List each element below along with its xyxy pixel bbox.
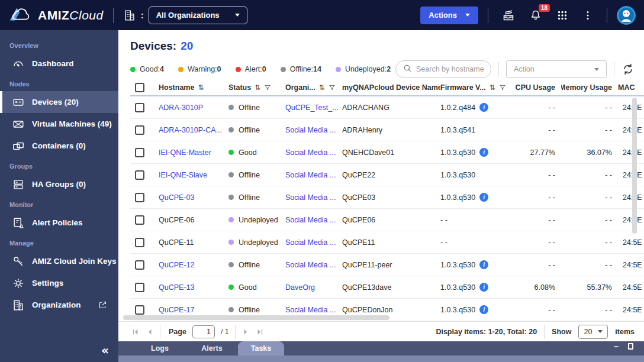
sidebar-item-devices-20[interactable]: Devices (20) bbox=[0, 91, 118, 113]
org-colon: : bbox=[141, 10, 144, 20]
panel-maximize-icon[interactable] bbox=[628, 343, 633, 350]
first-page-icon[interactable] bbox=[131, 328, 140, 336]
column-header-myqnapcloud-device-name: myQNAPcloud Device Name⇅ bbox=[342, 83, 440, 92]
sidebar-collapse-button[interactable]: « bbox=[101, 343, 109, 357]
vertical-scrollbar[interactable] bbox=[632, 98, 637, 234]
hostname-cell[interactable]: IEI-QNE-Slave bbox=[159, 171, 228, 179]
filter-icon[interactable] bbox=[499, 84, 506, 91]
page-size-selector[interactable]: 20 bbox=[578, 325, 608, 339]
organization-cell[interactable]: Social Media ... bbox=[285, 171, 342, 179]
search-input[interactable] bbox=[416, 65, 486, 73]
table-row: QuCPE-06UndeployedSocial Media ...QuCPE0… bbox=[130, 209, 644, 231]
tab-alerts[interactable]: Alerts bbox=[186, 341, 238, 355]
select-all-checkbox[interactable] bbox=[135, 83, 144, 92]
sidebar-item-amiz-cloud-join-keys[interactable]: AMIZ Cloud Join Keys bbox=[0, 250, 118, 272]
row-checkbox[interactable] bbox=[135, 125, 144, 135]
sort-icon[interactable]: ⇅ bbox=[490, 83, 495, 92]
tab-tasks[interactable]: Tasks bbox=[238, 341, 284, 355]
organization-cell[interactable]: Social Media ... bbox=[285, 306, 342, 314]
last-page-icon[interactable] bbox=[256, 328, 264, 336]
hostname-cell[interactable]: QuCPE-13 bbox=[159, 283, 228, 292]
info-icon[interactable]: i bbox=[479, 103, 488, 112]
info-icon[interactable]: i bbox=[479, 283, 488, 292]
status-dot-undeployed bbox=[228, 240, 234, 245]
sort-icon[interactable]: ⇅ bbox=[319, 83, 325, 92]
notifications-bell-icon[interactable]: 18 bbox=[529, 8, 543, 22]
organization-cell[interactable]: Social Media ... bbox=[285, 216, 342, 224]
organization-cell[interactable]: Social Media ... bbox=[285, 193, 342, 202]
organization-cell[interactable]: Social Media ... bbox=[285, 238, 342, 247]
filter-icon[interactable] bbox=[264, 84, 271, 91]
row-checkbox[interactable] bbox=[135, 170, 144, 180]
tab-logs[interactable]: Logs bbox=[134, 341, 186, 355]
hostname-cell[interactable]: IEI-QNE-Master bbox=[159, 148, 228, 157]
status-summary: Good:4Warning:0Alert:0Offline:14Undeploy… bbox=[130, 65, 391, 73]
sidebar-item-containers-0[interactable]: Containers (0) bbox=[0, 135, 118, 157]
organization-cell[interactable]: DaveOrg bbox=[285, 283, 342, 292]
status-label: Undeployed bbox=[239, 238, 278, 247]
info-icon[interactable]: i bbox=[479, 305, 488, 314]
organization-cell[interactable]: Social Media ... bbox=[285, 126, 342, 134]
hostname-cell[interactable]: QuCPE-12 bbox=[159, 261, 228, 269]
table-row: IEI-QNE-SlaveOfflineSocial Media ...QuCP… bbox=[130, 164, 644, 186]
horizontal-scrollbar[interactable] bbox=[123, 315, 389, 320]
mac-cell: 24:5E bbox=[618, 306, 644, 314]
filter-icon[interactable] bbox=[329, 84, 336, 91]
status-dot-good bbox=[130, 67, 136, 72]
sidebar-section-label-groups: Groups bbox=[0, 157, 118, 173]
panel-minimize-icon[interactable]: − bbox=[614, 344, 619, 350]
info-icon[interactable]: i bbox=[479, 148, 488, 157]
sidebar-item-organization[interactable]: Organization bbox=[0, 294, 118, 316]
hostname-cell[interactable]: ADRA-3010P-CA... bbox=[159, 126, 228, 134]
organization-selector[interactable]: All Organizations bbox=[149, 7, 247, 24]
sort-icon[interactable]: ⇅ bbox=[255, 83, 260, 92]
status-chip-label: Good:4 bbox=[140, 65, 164, 73]
row-checkbox[interactable] bbox=[135, 283, 144, 292]
sidebar-item-alert-policies[interactable]: Alert Policies bbox=[0, 212, 118, 234]
prev-page-icon[interactable] bbox=[146, 328, 154, 336]
sidebar-item-settings[interactable]: Settings bbox=[0, 272, 118, 294]
hostname-cell[interactable]: ADRA-3010P bbox=[159, 104, 228, 112]
show-label: Show bbox=[552, 328, 571, 336]
refresh-icon[interactable] bbox=[622, 63, 635, 76]
sidebar-item-dashboard[interactable]: Dashboard bbox=[0, 53, 118, 75]
row-checkbox[interactable] bbox=[135, 103, 144, 112]
row-checkbox[interactable] bbox=[135, 305, 144, 315]
row-checkbox[interactable] bbox=[135, 260, 144, 270]
action-dropdown[interactable]: Action bbox=[506, 60, 607, 78]
row-checkbox[interactable] bbox=[135, 215, 144, 225]
user-avatar[interactable] bbox=[617, 6, 636, 25]
sort-icon[interactable]: ⇅ bbox=[198, 83, 204, 92]
row-checkbox[interactable] bbox=[135, 193, 144, 202]
info-icon[interactable]: i bbox=[479, 193, 488, 202]
app-grid-icon[interactable] bbox=[556, 9, 569, 22]
firmware-cell: 1.0.3.q530 bbox=[440, 171, 507, 179]
firmware-version: 1.0.3.q530 bbox=[440, 283, 475, 292]
status-dot-offline bbox=[281, 67, 286, 72]
sidebar-item-virtual-machines-49[interactable]: Virtual Machines (49) bbox=[0, 113, 118, 135]
status-dot-offline bbox=[228, 307, 234, 312]
row-checkbox[interactable] bbox=[135, 148, 144, 157]
alert-policies-icon bbox=[12, 216, 25, 230]
hostname-cell[interactable]: QuCPE-03 bbox=[159, 193, 228, 202]
page-input[interactable] bbox=[192, 325, 215, 338]
memory-usage-cell: - - bbox=[561, 104, 618, 112]
next-page-icon[interactable] bbox=[242, 328, 250, 336]
organization-cell[interactable]: QuCPE_Test_... bbox=[285, 104, 342, 112]
hostname-cell[interactable]: QuCPE-17 bbox=[159, 306, 228, 314]
task-queue-icon[interactable] bbox=[501, 8, 516, 22]
sidebar-item-label: AMIZ Cloud Join Keys bbox=[32, 257, 117, 266]
column-header-status: Status⇅ bbox=[228, 83, 285, 92]
myqnapcloud-name-cell: QuCPE11-peer bbox=[342, 261, 440, 269]
organization-cell[interactable]: Social Media ... bbox=[285, 148, 342, 157]
topbar-divider bbox=[113, 8, 114, 23]
search-box[interactable] bbox=[395, 60, 491, 78]
info-icon[interactable]: i bbox=[479, 260, 488, 269]
row-checkbox[interactable] bbox=[135, 238, 144, 247]
status-cell: Good bbox=[228, 283, 285, 292]
organization-cell[interactable]: Social Media ... bbox=[285, 261, 342, 269]
sidebar-item-ha-groups-0[interactable]: HA Groups (0) bbox=[0, 173, 118, 195]
kebab-menu-icon[interactable] bbox=[582, 9, 594, 22]
actions-button[interactable]: Actions bbox=[420, 7, 478, 24]
memory-usage-cell: - - bbox=[561, 171, 618, 179]
